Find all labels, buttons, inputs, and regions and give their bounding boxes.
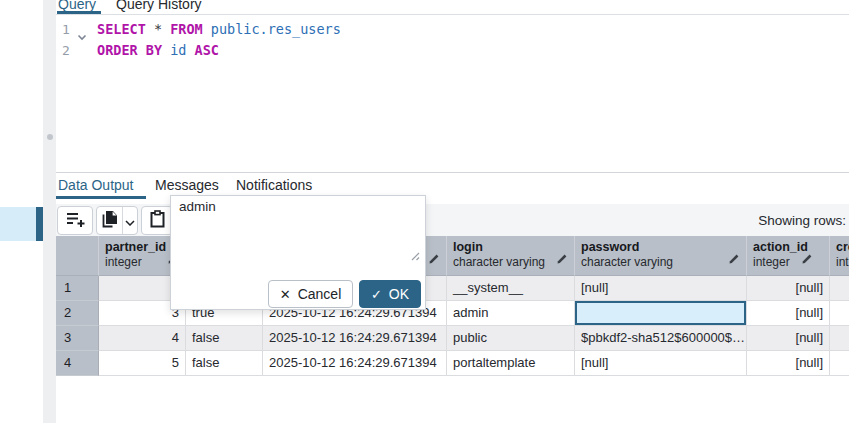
cell-password[interactable]: [null] xyxy=(575,351,747,376)
edit-pencil-icon[interactable] xyxy=(556,251,568,269)
check-icon: ✓ xyxy=(371,288,382,301)
cell-cre[interactable] xyxy=(830,276,849,301)
row-number-cell[interactable]: 4 xyxy=(56,351,99,376)
sql-line-1: SELECT * FROM public.res_users xyxy=(97,21,341,37)
cancel-button[interactable]: ✕ Cancel xyxy=(268,280,353,308)
line-number-1: 1 xyxy=(62,22,70,37)
paste-icon xyxy=(150,210,165,232)
cell-password[interactable]: [null] xyxy=(575,276,747,301)
tab-query-active-underline xyxy=(57,11,101,14)
cell-login[interactable]: public xyxy=(447,326,575,351)
cell-hidden[interactable]: false xyxy=(186,326,263,351)
add-row-icon xyxy=(65,210,85,232)
code-fold-chevron-icon[interactable] xyxy=(77,27,87,45)
paste-button[interactable] xyxy=(141,206,173,235)
copy-options-dropdown[interactable] xyxy=(122,207,137,234)
copy-button[interactable] xyxy=(97,207,122,234)
pgadmin-query-tool: Query Query History 1 2 SELECT * FROM pu… xyxy=(0,0,849,423)
header-row-number[interactable] xyxy=(56,236,99,276)
cell-login[interactable]: admin xyxy=(447,301,575,326)
resize-grip-icon[interactable] xyxy=(409,247,420,265)
object-explorer-selected-item[interactable] xyxy=(0,207,36,241)
ok-button[interactable]: ✓ OK xyxy=(359,280,421,308)
editor-results-divider[interactable] xyxy=(56,172,849,173)
showing-rows-status: Showing rows: xyxy=(758,204,846,237)
cell-partner-id[interactable]: 4 xyxy=(99,326,186,351)
add-row-button[interactable] xyxy=(57,206,93,235)
edit-pencil-icon[interactable] xyxy=(728,251,740,269)
row-number-cell[interactable]: 2 xyxy=(56,301,99,326)
cell-action-id[interactable]: [null] xyxy=(747,276,830,301)
row-number-cell[interactable]: 1 xyxy=(56,276,99,301)
line-number-2: 2 xyxy=(62,43,70,58)
cell-partner-id[interactable]: 5 xyxy=(99,351,186,376)
table-row: 4 5 false 2025-10-12 16:24:29.671394 por… xyxy=(56,351,849,376)
tab-data-output-active-underline xyxy=(56,196,146,199)
edit-pencil-icon[interactable] xyxy=(428,251,440,269)
cell-action-id[interactable]: [null] xyxy=(747,351,830,376)
cell-editor-popup: admin ✕ Cancel ✓ OK xyxy=(170,195,426,310)
close-icon: ✕ xyxy=(280,288,291,301)
cell-cre[interactable] xyxy=(830,301,849,326)
tab-query-history[interactable]: Query History xyxy=(116,0,202,13)
cell-login[interactable]: __system__ xyxy=(447,276,575,301)
editor-tabbar: Query Query History xyxy=(56,0,849,15)
cell-cre[interactable] xyxy=(830,351,849,376)
copy-icon xyxy=(101,210,118,232)
splitter-handle-dot xyxy=(47,134,53,140)
edit-pencil-icon[interactable] xyxy=(801,251,813,269)
header-create-column-truncated[interactable]: cre int xyxy=(830,236,849,276)
chevron-down-icon xyxy=(125,212,135,230)
cell-hidden[interactable]: 2025-10-12 16:24:29.671394 xyxy=(263,351,447,376)
cell-action-id[interactable]: [null] xyxy=(747,301,830,326)
panel-splitter[interactable] xyxy=(43,0,56,423)
table-row: 3 4 false 2025-10-12 16:24:29.671394 pub… xyxy=(56,326,849,351)
sql-line-2: ORDER BY id ASC xyxy=(97,42,219,58)
sql-editor[interactable]: 1 2 SELECT * FROM public.res_users ORDER… xyxy=(56,15,849,172)
header-password[interactable]: password character varying xyxy=(575,236,747,276)
cell-hidden[interactable]: 2025-10-12 16:24:29.671394 xyxy=(263,326,447,351)
row-number-cell[interactable]: 3 xyxy=(56,326,99,351)
header-login[interactable]: login character varying xyxy=(447,236,575,276)
cell-password[interactable]: $pbkdf2-sha512$600000$… xyxy=(575,326,747,351)
cell-editor-textarea[interactable]: admin xyxy=(179,199,216,214)
tab-notifications[interactable]: Notifications xyxy=(236,177,312,193)
cell-hidden[interactable]: false xyxy=(186,351,263,376)
cell-password-selected[interactable] xyxy=(575,301,747,326)
tab-data-output[interactable]: Data Output xyxy=(58,177,134,193)
object-explorer-selection-bar xyxy=(36,207,43,241)
tab-messages[interactable]: Messages xyxy=(155,177,219,193)
copy-button-group xyxy=(96,206,138,235)
cell-action-id[interactable]: [null] xyxy=(747,326,830,351)
cell-login[interactable]: portaltemplate xyxy=(447,351,575,376)
header-action-id[interactable]: action_id integer xyxy=(747,236,830,276)
cell-cre[interactable] xyxy=(830,326,849,351)
